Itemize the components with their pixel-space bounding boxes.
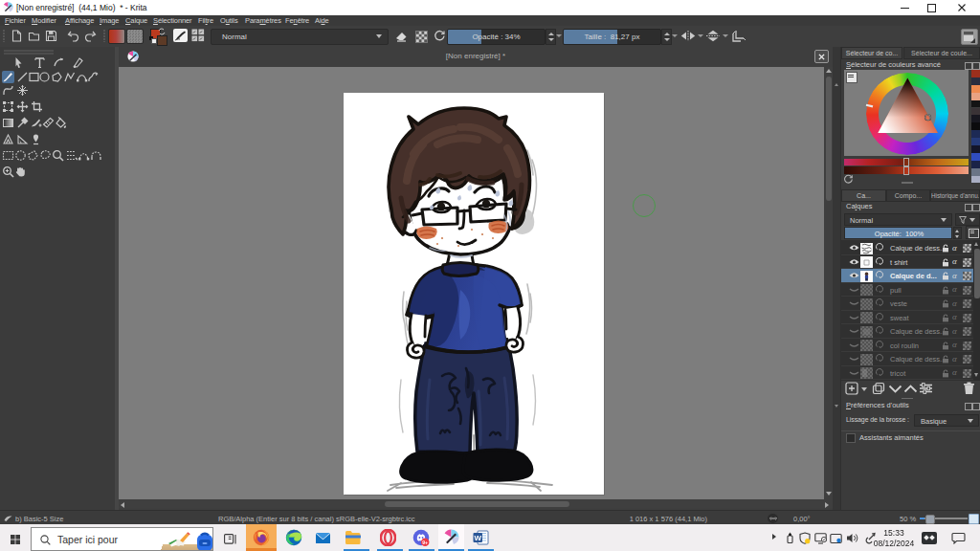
svg-text:W: W: [474, 534, 481, 542]
svg-text:9+: 9+: [422, 540, 428, 545]
